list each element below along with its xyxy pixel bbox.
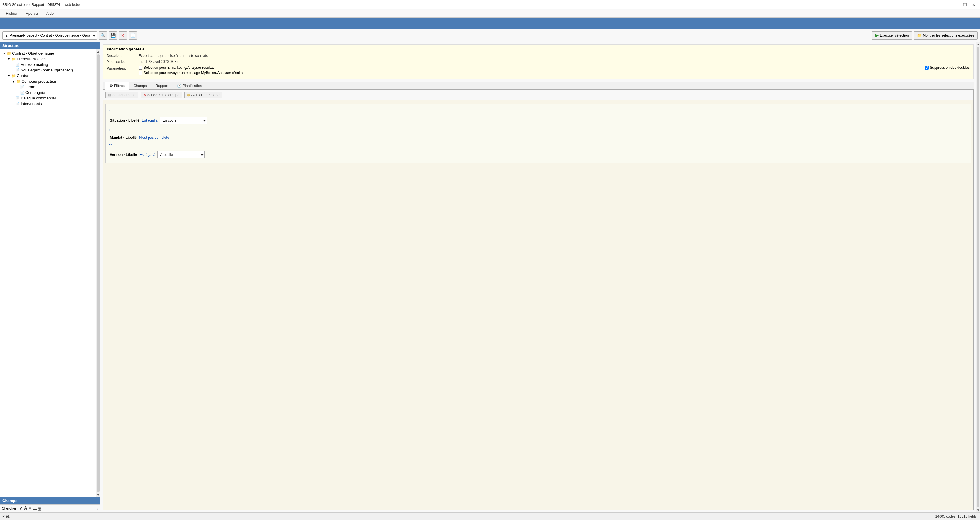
search-toolbar-button[interactable]: 🔍 [99, 31, 107, 40]
page-icon-4: 📄 [20, 90, 24, 95]
cond-op-1[interactable]: Est égal à [142, 118, 158, 122]
maximize-button[interactable]: ❐ [961, 1, 969, 9]
right-scroll-up[interactable]: ▲ [976, 42, 980, 46]
export-toolbar-button[interactable]: 📄 [129, 31, 137, 40]
connector-et-2[interactable]: et [109, 128, 967, 132]
page-icon-1: 📄 [15, 63, 20, 67]
add-group-icon: ⊞ [108, 93, 111, 97]
folder-icon-2: 📁 [11, 57, 16, 61]
title-bar: BRIO Sélection et Rapport - DB58741 - sr… [0, 0, 980, 10]
connector-et-1[interactable]: et [109, 109, 967, 113]
menu-apercu[interactable]: Aperçu [22, 10, 41, 17]
filter-area: et Situation - Libellé Est égal à En cou… [103, 100, 973, 510]
search-label: Chercher: [2, 506, 18, 510]
tree-item-contrat[interactable]: ▼ 📁 Contrat [1, 73, 95, 79]
font-bold-btn[interactable]: A [20, 506, 23, 511]
show-executions-button[interactable]: 📁 Montrer les sélections exécutées [914, 31, 978, 40]
delete-group-btn[interactable]: ✕ Supprimer le groupe [141, 92, 182, 98]
menu-fichier[interactable]: Fichier [2, 10, 21, 17]
page-icon-5: 📄 [15, 96, 20, 100]
expand-icon: ▼ [2, 51, 6, 55]
tree-item-contrat-objet[interactable]: ▼ 📁 Contrat - Objet de risque [1, 51, 95, 56]
checkbox-emarketing-label: Sélection pour E-marketing/Analyser résu… [143, 65, 213, 70]
cond-value-select-1[interactable]: En cours [160, 117, 207, 124]
status-left: Prêt. [2, 514, 10, 518]
delete-toolbar-button[interactable]: ✕ [119, 31, 127, 40]
selector-dropdown[interactable]: 2. Preneur/Prospect - Contrat - Objet de… [2, 31, 97, 40]
folder-icon-4: 📁 [16, 79, 21, 84]
right-scroll-down[interactable]: ▼ [976, 508, 980, 512]
tree-label-comptes: Comptes producteur [22, 79, 56, 84]
add-group-btn2[interactable]: ⊕ Ajouter un groupe [185, 92, 222, 98]
execute-button[interactable]: ▶ Exécuter sélection [872, 31, 912, 40]
tree-container: ▼ 📁 Contrat - Objet de risque ▼ 📁 Preneu… [0, 49, 96, 108]
left-panel: Structure: ▼ 📁 Contrat - Objet de risque… [0, 42, 100, 512]
tab-planification[interactable]: 🕐 Planification [173, 82, 206, 90]
tree-item-comptes[interactable]: ▼ 📁 Comptes producteur [1, 79, 95, 84]
tab-filtres-label: Filtres [114, 84, 125, 88]
page-icon-3: 📄 [20, 85, 24, 89]
checkbox-mybroker[interactable]: Sélection pour envoyer un message MyBrok… [138, 71, 244, 75]
tree-label-contrat: Contrat [17, 73, 30, 78]
params-label: Paramètres: [107, 67, 136, 71]
condition-row-1: Situation - Libellé Est égal à En cours [109, 115, 967, 126]
suppression-checkbox[interactable]: Suppression des doubles [925, 65, 970, 70]
connector-et-3[interactable]: et [109, 143, 967, 147]
tree-scroll-down[interactable]: ▼ [96, 493, 100, 497]
save-toolbar-button[interactable]: 💾 [109, 31, 117, 40]
tree-label-adresse: Adresse mailing [21, 62, 48, 67]
page-icon-6: 📄 [15, 102, 20, 106]
tree-item-intervenants[interactable]: ▶ 📄 Intervenants [1, 101, 95, 106]
table-view-btn[interactable]: ▦ [38, 506, 41, 511]
add-group-btn[interactable]: ⊞ Ajouter groupe [105, 92, 138, 98]
status-bar: Prêt. 14605 codes. 10318 fields. [0, 512, 980, 520]
right-scrollbar-thumb[interactable] [977, 47, 979, 507]
checkbox-emarketing[interactable]: Sélection pour E-marketing/Analyser résu… [138, 65, 244, 70]
close-button[interactable]: ✕ [970, 1, 978, 9]
folder-icon: 📁 [917, 33, 921, 38]
tree-item-adresse[interactable]: ▶ 📄 Adresse mailing [1, 62, 95, 67]
description-row: Description: Export campagne mise à jour… [107, 54, 970, 58]
search-bar: Chercher: A A ⊞ ▬ ▦ ↕ [0, 504, 100, 512]
list-view-btn[interactable]: ▬ [33, 506, 37, 511]
filter-icon: ⚙ [110, 84, 113, 88]
font-large-btn[interactable]: A [24, 506, 27, 511]
checkbox-emarketing-input[interactable] [138, 66, 142, 70]
grid-view-btn[interactable]: ⊞ [29, 506, 32, 511]
tab-rapport[interactable]: Rapport [151, 82, 173, 90]
expand-icon-3: ▼ [7, 74, 11, 78]
tab-planification-label: Planification [183, 84, 202, 88]
checkbox-mybroker-input[interactable] [138, 71, 142, 75]
description-value: Export campagne mise à jour - liste cont… [138, 54, 970, 58]
cond-op-2[interactable]: N'est pas complété [139, 135, 169, 140]
delete-icon: ✕ [143, 93, 146, 97]
tree-label-compagnie: Compagnie [25, 90, 45, 95]
tree-scroll[interactable]: ▼ 📁 Contrat - Objet de risque ▼ 📁 Preneu… [0, 49, 96, 497]
filter-toolbar: ⊞ Ajouter groupe ✕ Supprimer le groupe ⊕… [103, 90, 973, 100]
tree-scroll-up[interactable]: ▲ [96, 49, 100, 54]
tree-label-preneur: Preneur/Prospect [17, 57, 47, 61]
add-icon: ⊕ [187, 93, 190, 97]
add-group-label2: Ajouter un groupe [191, 93, 219, 97]
cond-value-select-3[interactable]: Actuelle [158, 151, 205, 159]
tree-item-firme[interactable]: ▶ 📄 Firme [1, 84, 95, 90]
delete-group-label: Supprimer le groupe [148, 93, 180, 97]
menu-aide[interactable]: Aide [43, 10, 57, 17]
filter-content: ⊞ Ajouter groupe ✕ Supprimer le groupe ⊕… [103, 90, 974, 510]
sort-btn[interactable]: ↕ [97, 506, 99, 511]
suppression-input[interactable] [925, 66, 929, 70]
tree-item-sousagent[interactable]: ▶ 📄 Sous-agent (preneur/prospect) [1, 67, 95, 73]
tree-item-compagnie[interactable]: ▶ 📄 Compagnie [1, 90, 95, 95]
condition-row-3: Version - Libellé Est égal à Actuelle [109, 149, 967, 160]
tree-label-intervenants: Intervenants [21, 101, 42, 106]
main-layout: Structure: ▼ 📁 Contrat - Objet de risque… [0, 42, 980, 512]
minimize-button[interactable]: — [952, 1, 960, 9]
tree-scrollbar-thumb[interactable] [97, 54, 100, 492]
structure-header: Structure: [0, 42, 100, 49]
cond-op-3[interactable]: Est égal à [140, 152, 155, 157]
tree-item-delegue[interactable]: ▶ 📄 Délégué commercial [1, 95, 95, 101]
menu-bar: Fichier Aperçu Aide [0, 10, 980, 18]
tab-champs[interactable]: Champs [129, 82, 151, 90]
tab-filtres[interactable]: ⚙ Filtres [105, 82, 129, 90]
tree-item-preneur[interactable]: ▼ 📁 Preneur/Prospect [1, 56, 95, 62]
